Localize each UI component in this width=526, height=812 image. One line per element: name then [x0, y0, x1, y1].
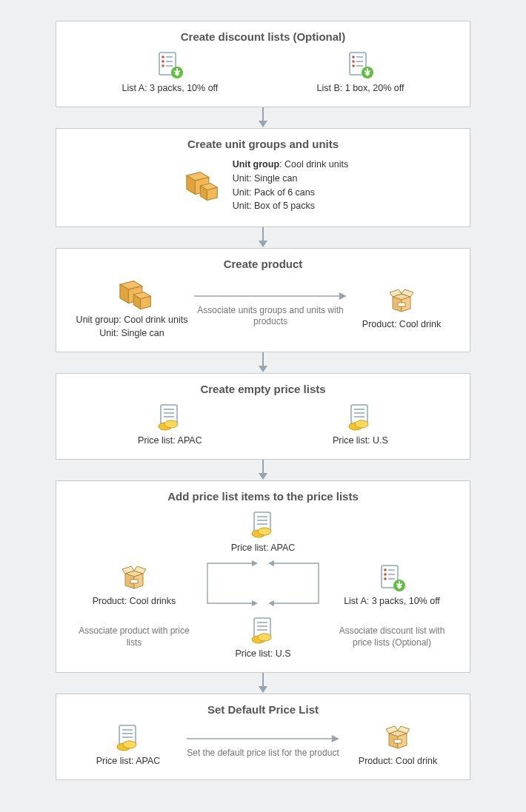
- open-box-icon: [387, 286, 416, 316]
- unit-line: Unit: Pack of 6 cans: [233, 186, 348, 200]
- right-note: Associate discount list with price lists…: [330, 625, 453, 648]
- unit-label: Unit: Single can: [99, 328, 164, 338]
- panel-unit-groups: Create unit groups and units Unit group:…: [56, 128, 470, 227]
- flow-arrow-icon: [21, 352, 505, 373]
- product-label: Product: Cool drink: [362, 319, 441, 329]
- svg-marker-31: [339, 292, 347, 300]
- panel-title: Create empty price lists: [73, 383, 453, 395]
- product-label: Product: Cool drinks: [93, 596, 176, 606]
- svg-marker-43: [332, 735, 339, 742]
- boxes-icon: [178, 169, 219, 203]
- product-label: Product: Cool drink: [359, 756, 437, 766]
- price-list-icon: [113, 723, 143, 753]
- panel-empty-price-lists: Create empty price lists Price list: APA…: [56, 373, 470, 460]
- svg-marker-36: [252, 560, 258, 566]
- price-list-label: Price list: U.S: [333, 435, 388, 446]
- flow-arrow-icon: [21, 673, 505, 694]
- associate-arrow: Associate units groups and units with pr…: [191, 289, 350, 327]
- discount-list-icon: [155, 50, 184, 80]
- price-list-label: Price list: U.S: [235, 648, 290, 659]
- discount-list-b: List B: 1 box, 20% off: [317, 50, 405, 93]
- price-list-icon: [248, 510, 278, 540]
- unit-group-value: : Cool drink units: [279, 159, 348, 170]
- boxes-icon: [111, 278, 153, 312]
- unit-group-label: Unit group: [233, 159, 279, 170]
- left-note: Associate product with price lists: [73, 625, 196, 648]
- price-list-us-node: Price list: U.S: [202, 616, 324, 659]
- price-list-us: Price list: U.S: [333, 403, 388, 446]
- flow-arrow-icon: [21, 227, 505, 248]
- set-default-arrow: Set the default price list for the produ…: [184, 731, 342, 759]
- flow-arrow-icon: [21, 460, 505, 480]
- unit-line: Unit: Single can: [233, 172, 348, 186]
- unit-group-label: Unit group: Cool drink units: [76, 315, 188, 325]
- discount-list-a: List A: 3 packs, 10% off: [122, 50, 219, 93]
- panel-title: Create discount lists (Optional): [73, 30, 453, 43]
- discount-list-b-label: List B: 1 box, 20% off: [317, 83, 405, 93]
- open-box-icon: [119, 563, 149, 593]
- discount-list-label: List A: 3 packs, 10% off: [344, 596, 440, 606]
- arrow-label: Associate units groups and units with pr…: [194, 305, 347, 327]
- price-list-icon: [155, 403, 184, 432]
- svg-marker-41: [259, 686, 267, 693]
- price-list-apac-node: Price list: APAC: [73, 723, 184, 766]
- price-list-label: Price list: APAC: [96, 756, 161, 766]
- arrow-label: Set the default price list for the produ…: [187, 748, 339, 759]
- svg-marker-33: [259, 366, 267, 372]
- price-list-apac-node: Price list: APAC: [202, 510, 324, 553]
- price-list-label: Price list: APAC: [231, 543, 296, 553]
- panel-title: Set Default Price List: [73, 703, 453, 716]
- svg-marker-39: [268, 600, 274, 606]
- discount-list-a-label: List A: 3 packs, 10% off: [122, 83, 219, 93]
- panel-add-price-list-items: Add price list items to the price lists …: [56, 480, 470, 673]
- connector-arrows: [202, 557, 324, 611]
- price-list-apac: Price list: APAC: [138, 403, 202, 446]
- svg-marker-38: [252, 600, 258, 606]
- product-node: Product: Cool drink: [350, 286, 453, 329]
- unit-group-details: Unit group: Cool drink units Unit: Singl…: [233, 158, 348, 213]
- price-list-icon: [248, 616, 278, 645]
- discount-list-icon: [377, 563, 407, 593]
- svg-marker-37: [268, 560, 274, 566]
- unit-group-node: Unit group: Cool drink units Unit: Singl…: [73, 278, 191, 338]
- panel-create-product: Create product Unit group: Cool drink un…: [56, 248, 470, 352]
- price-list-icon: [345, 403, 375, 432]
- panel-discount-lists: Create discount lists (Optional) List A:…: [56, 21, 470, 107]
- product-node: Product: Cool drinks: [73, 563, 196, 606]
- flow-arrow-icon: [21, 107, 505, 128]
- open-box-icon: [383, 723, 413, 753]
- panel-title: Add price list items to the price lists: [73, 490, 453, 503]
- panel-title: Create product: [73, 258, 453, 270]
- panel-set-default-price-list: Set Default Price List Price list: APAC …: [56, 694, 470, 780]
- price-list-label: Price list: APAC: [138, 435, 202, 446]
- svg-marker-27: [259, 121, 267, 127]
- svg-marker-35: [259, 473, 267, 480]
- discount-list-node: List A: 3 packs, 10% off: [330, 563, 453, 606]
- unit-line: Unit: Box of 5 packs: [233, 199, 348, 213]
- discount-list-icon: [345, 50, 375, 80]
- panel-title: Create unit groups and units: [73, 138, 453, 150]
- svg-marker-29: [259, 241, 267, 247]
- product-node: Product: Cool drink: [342, 723, 453, 766]
